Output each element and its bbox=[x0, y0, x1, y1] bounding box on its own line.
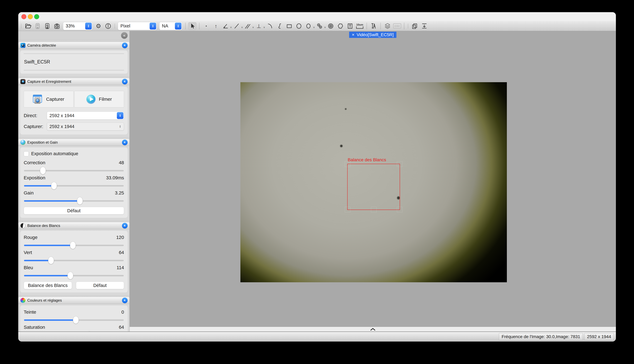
capture-button[interactable]: Capturer bbox=[24, 91, 74, 108]
panel-camera-header[interactable]: Caméra détectée « bbox=[18, 42, 130, 49]
wb-default-button[interactable]: Défaut bbox=[76, 282, 124, 289]
toolbar: 33% ▲▼ ⚙ Pixel ▲▼ NA ▲▼ ↑ ∨ ∨ bbox=[18, 21, 616, 31]
ellipse-tool-button[interactable] bbox=[295, 22, 303, 30]
chevron-down-icon[interactable]: ∨ bbox=[313, 26, 315, 29]
panel-wb-body: Rouge 120 Vert 64 bbox=[18, 229, 130, 295]
slider-gain: Gain 3.25 bbox=[24, 190, 124, 202]
stepper-icon[interactable]: ▲▼ bbox=[175, 22, 182, 30]
exposition-slider[interactable] bbox=[24, 185, 124, 186]
collapse-panel-button[interactable]: « bbox=[122, 223, 128, 228]
toolbar-separator bbox=[114, 24, 115, 28]
panel-exposure-header[interactable]: Exposition et Gain « bbox=[18, 139, 130, 146]
stepper-icon[interactable]: ▲▼ bbox=[117, 112, 124, 119]
collapse-panel-button[interactable]: « bbox=[122, 79, 128, 84]
slider-thumb[interactable] bbox=[68, 272, 73, 279]
panel-title: Caméra détectée bbox=[27, 43, 56, 48]
chevron-down-icon[interactable]: ∨ bbox=[324, 26, 326, 29]
annulus-tool-button[interactable] bbox=[316, 22, 324, 30]
angle-tool-button[interactable] bbox=[222, 22, 230, 30]
panel-capture-header[interactable]: Capture et Enregistrement « bbox=[18, 78, 130, 85]
slider-thumb[interactable] bbox=[40, 167, 46, 174]
minimize-window-button[interactable] bbox=[28, 14, 33, 19]
bleu-slider[interactable] bbox=[24, 275, 124, 276]
quick-save-button[interactable] bbox=[43, 22, 51, 30]
concentric-circles-tool-button[interactable] bbox=[327, 22, 335, 30]
polygon-tool-button[interactable] bbox=[336, 22, 344, 30]
na-value: NA bbox=[160, 24, 174, 28]
panel-colors-header[interactable]: Couleurs et réglages « bbox=[18, 297, 130, 304]
copy-button[interactable] bbox=[410, 22, 419, 30]
time-lapse-button[interactable] bbox=[53, 22, 61, 30]
stepper-icon[interactable]: ▲▼ bbox=[150, 22, 156, 30]
chevron-down-icon[interactable]: ∨ bbox=[263, 26, 265, 29]
teinte-slider[interactable] bbox=[24, 320, 124, 321]
collapse-sidebar-button[interactable]: « bbox=[121, 32, 128, 39]
export-image-button[interactable] bbox=[420, 22, 428, 30]
arc-tool-button[interactable] bbox=[266, 22, 274, 30]
perpendicular-tool-button[interactable]: ⊥ bbox=[255, 22, 263, 30]
close-tab-icon[interactable]: × bbox=[352, 32, 354, 37]
correction-slider[interactable] bbox=[24, 170, 124, 172]
scale-bar-tool-button[interactable]: 10um bbox=[356, 22, 364, 30]
play-orb-icon bbox=[86, 95, 96, 104]
line-tool-button[interactable] bbox=[232, 22, 241, 30]
slider-thumb[interactable] bbox=[73, 316, 79, 324]
settings-button[interactable]: ⚙ bbox=[94, 22, 102, 30]
pointer-tool-button[interactable] bbox=[188, 22, 196, 30]
unit-select[interactable]: Pixel ▲▼ bbox=[118, 22, 157, 30]
parallel-lines-tool-button[interactable] bbox=[244, 22, 252, 30]
snap-resolution-select[interactable]: 2592 x 1944 ▲▼ bbox=[47, 122, 124, 130]
angle-icon bbox=[222, 22, 229, 30]
chevron-down-icon[interactable]: ∨ bbox=[252, 26, 254, 29]
slider-thumb[interactable] bbox=[77, 197, 83, 204]
slider-thumb[interactable] bbox=[70, 242, 76, 249]
panel-camera-detected: Caméra détectée « Swift_EC5R bbox=[18, 42, 130, 76]
stepper-icon[interactable]: ▲▼ bbox=[85, 22, 92, 30]
text-tool-button[interactable] bbox=[346, 22, 354, 30]
panel-wb-header[interactable]: Balance des Blancs « bbox=[18, 222, 130, 229]
circle-tool-button[interactable] bbox=[304, 22, 313, 30]
bottom-panel-expander[interactable] bbox=[130, 327, 616, 332]
zoom-window-button[interactable] bbox=[34, 14, 39, 19]
chevron-down-icon[interactable]: ∨ bbox=[230, 26, 232, 29]
white-balance-button[interactable]: Balance des Blancs bbox=[24, 282, 72, 289]
toolbar-separator bbox=[408, 24, 408, 28]
rouge-slider[interactable] bbox=[24, 245, 124, 246]
zoom-select[interactable]: 33% ▲▼ bbox=[63, 22, 92, 30]
info-button[interactable] bbox=[104, 22, 112, 30]
rectangle-tool-button[interactable] bbox=[285, 22, 293, 30]
vert-slider[interactable] bbox=[24, 260, 124, 261]
collapse-panel-button[interactable]: « bbox=[122, 298, 128, 303]
live-video-frame[interactable]: Balance des Blancs bbox=[240, 82, 507, 282]
record-button[interactable]: Filmer bbox=[74, 91, 124, 108]
auto-exposure-checkbox[interactable] bbox=[24, 151, 29, 156]
resize-handle[interactable] bbox=[397, 207, 402, 212]
gain-slider[interactable] bbox=[24, 200, 124, 202]
resize-handle[interactable] bbox=[371, 207, 376, 212]
toolbar-separator bbox=[21, 24, 22, 28]
exposure-default-button[interactable]: Défaut bbox=[24, 207, 124, 214]
collapse-panel-button[interactable]: « bbox=[122, 42, 128, 48]
arrow-tool-button[interactable]: ↑ bbox=[212, 22, 220, 30]
capture-button-label: Capturer bbox=[46, 96, 64, 102]
slider-thumb[interactable] bbox=[48, 257, 54, 264]
resize-handle[interactable] bbox=[345, 161, 350, 167]
curve-tool-button[interactable] bbox=[276, 22, 284, 30]
video-tab[interactable]: × Vidéo[Swift_EC5R] bbox=[349, 32, 396, 38]
close-window-button[interactable] bbox=[21, 14, 26, 19]
live-resolution-select[interactable]: 2592 x 1944 ▲▼ bbox=[47, 112, 124, 120]
open-file-button[interactable] bbox=[24, 22, 32, 30]
collapse-panel-button[interactable]: « bbox=[122, 140, 128, 145]
point-tool-button[interactable] bbox=[202, 22, 210, 30]
double-chevron-up-icon: « bbox=[122, 224, 127, 226]
video-canvas[interactable]: × Vidéo[Swift_EC5R] Balance des Blancs bbox=[130, 31, 616, 327]
na-select[interactable]: NA ▲▼ bbox=[159, 22, 182, 30]
white-balance-roi-rect[interactable] bbox=[347, 164, 400, 210]
resize-handle[interactable] bbox=[345, 207, 350, 212]
chevron-down-icon[interactable]: ∨ bbox=[241, 26, 243, 29]
slider-thumb[interactable] bbox=[51, 182, 57, 189]
layers-button[interactable] bbox=[384, 22, 392, 30]
measurements-button[interactable] bbox=[370, 22, 378, 30]
camera-name[interactable]: Swift_EC5R bbox=[20, 54, 128, 70]
resize-handle[interactable] bbox=[397, 161, 402, 167]
